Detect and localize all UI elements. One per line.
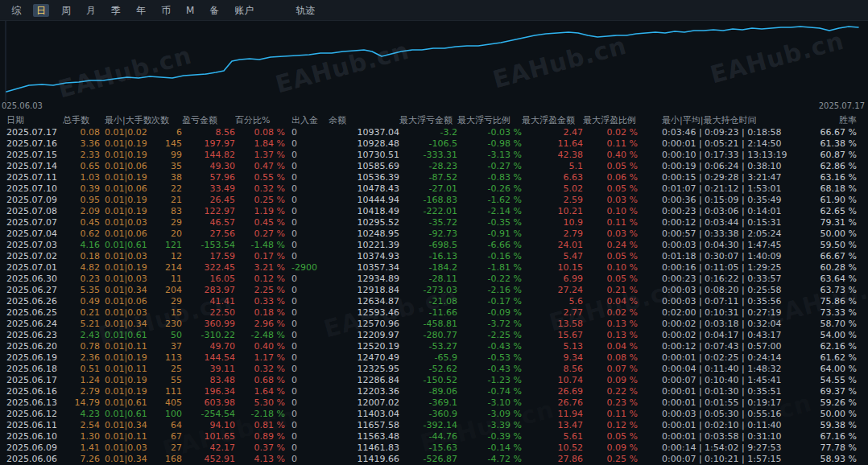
cell-min-max-lots: 0.01|0.06 xyxy=(100,183,151,194)
table-row[interactable]: 2025.06.260.490.01|0.062941.410.33 %0126… xyxy=(6,295,862,307)
cell-pnl: 360.99 xyxy=(182,319,235,329)
table-row[interactable]: 2025.07.014.820.01|0.19214322.453.21 %-2… xyxy=(6,261,862,273)
cell-hold-times: 0:00:01 | 0:01:30 | 0:35:51 xyxy=(638,386,787,397)
cell-date: 2025.06.11 xyxy=(6,420,63,430)
cell-trade-count: 121 xyxy=(151,240,182,250)
cell-max-float-loss: -28.11 xyxy=(399,274,457,284)
table-row[interactable]: 2025.07.034.160.01|0.61121-153.54-1.48 %… xyxy=(6,239,862,250)
cell-max-float-loss: -92.73 xyxy=(399,228,457,239)
cell-date: 2025.06.13 xyxy=(6,397,63,408)
cell-max-float-profit-pct: 0.05 % xyxy=(583,251,638,261)
cell-win-rate: 68.18 % xyxy=(787,183,862,194)
tab-summary[interactable]: 综 xyxy=(8,4,24,17)
cell-pnl: -310.22 xyxy=(182,330,235,340)
cell-trade-count: 230 xyxy=(151,319,182,329)
cell-max-float-profit-pct: 0.03 % xyxy=(583,195,638,205)
table-row[interactable]: 2025.07.082.090.01|0.1983122.971.19 %010… xyxy=(6,205,862,216)
cell-min-max-lots: 0.01|0.03 xyxy=(100,274,151,284)
cell-pnl-pct: 0.08 % xyxy=(235,127,285,138)
table-row[interactable]: 2025.06.1314.790.01|0.61405603.985.30 %0… xyxy=(6,397,862,409)
cell-date: 2025.06.30 xyxy=(6,274,63,284)
table-row[interactable]: 2025.07.111.030.01|0.193857.960.55 %0105… xyxy=(6,171,862,183)
cell-min-max-lots: 0.01|0.19 xyxy=(100,195,151,205)
table-row[interactable]: 2025.07.100.390.01|0.062233.490.32 %0104… xyxy=(6,183,862,194)
cell-balance: 11657.58 xyxy=(329,420,399,430)
tab-quarterly[interactable]: 季 xyxy=(108,4,124,17)
tab-currency[interactable]: 币 xyxy=(158,4,174,17)
tab-account[interactable]: 账户 xyxy=(231,4,257,17)
cell-pnl: 49.30 xyxy=(182,161,235,171)
cell-max-float-profit: 5.61 xyxy=(522,431,583,442)
table-row[interactable]: 2025.06.275.350.01|0.34204283.972.25 %01… xyxy=(6,284,862,295)
cell-balance: 12470.49 xyxy=(329,352,399,363)
cell-win-rate: 64.00 % xyxy=(787,364,862,374)
tab-trajectory[interactable]: 轨迹 xyxy=(292,4,318,17)
col-header-max-float-profit-pct: 最大浮盈比例 xyxy=(583,114,638,126)
table-row[interactable]: 2025.06.250.210.01|0.031522.500.18 %0125… xyxy=(6,307,862,319)
cell-total-lots: 7.26 xyxy=(63,454,100,464)
cell-hold-times: 0:00:12 | 0:07:43 | 0:57:00 xyxy=(638,341,787,352)
table-row[interactable]: 2025.07.070.450.01|0.032946.570.45 %0102… xyxy=(6,216,862,228)
table-row[interactable]: 2025.06.162.790.01|0.19111196.341.64 %01… xyxy=(6,386,862,397)
col-header-date: 日期 xyxy=(6,114,63,126)
cell-win-rate: 62.86 % xyxy=(787,161,862,171)
cell-pnl-pct: 1.84 % xyxy=(235,138,285,149)
table-row[interactable]: 2025.06.245.210.01|0.34230360.992.96 %01… xyxy=(6,319,862,330)
table-row[interactable]: 2025.06.091.410.01|0.032742.170.37 %0114… xyxy=(6,442,862,454)
cell-pnl: 283.97 xyxy=(182,285,235,295)
table-row[interactable]: 2025.06.180.510.01|0.112539.110.32 %0123… xyxy=(6,364,862,375)
table-row[interactable]: 2025.07.040.620.01|0.062027.560.27 %0102… xyxy=(6,228,862,239)
cell-max-float-loss: -11.66 xyxy=(399,307,457,318)
table-row[interactable]: 2025.07.163.360.01|0.19145197.971.84 %01… xyxy=(6,138,862,149)
table-row[interactable]: 2025.06.300.230.01|0.031116.050.12 %0129… xyxy=(6,273,862,284)
cell-total-lots: 0.45 xyxy=(63,217,100,228)
cell-max-float-loss: -89.06 xyxy=(399,386,457,397)
cell-hold-times: 0:00:23 | 0:03:06 | 0:14:01 xyxy=(638,206,787,216)
cell-max-float-profit-pct: 0.02 % xyxy=(583,307,638,318)
cell-balance: 10478.43 xyxy=(329,183,399,194)
cell-max-float-profit-pct: 0.09 % xyxy=(583,375,638,385)
cell-max-float-profit-pct: 0.40 % xyxy=(583,150,638,160)
cell-cash-flow: 0 xyxy=(285,274,329,284)
cell-date: 2025.06.23 xyxy=(6,330,63,340)
tab-monthly[interactable]: 月 xyxy=(83,4,99,17)
cell-trade-count: 29 xyxy=(151,296,182,307)
tab-backup[interactable]: 备 xyxy=(206,4,222,17)
table-row[interactable]: 2025.06.200.780.01|0.113749.700.40 %0125… xyxy=(6,341,862,352)
cell-pnl: 197.97 xyxy=(182,138,235,149)
cell-pnl-pct: 2.25 % xyxy=(235,285,285,295)
tab-money[interactable]: M xyxy=(183,4,197,17)
cell-max-float-profit-pct: 0.13 % xyxy=(583,330,638,340)
cell-pnl-pct: 0.37 % xyxy=(235,442,285,453)
equity-chart[interactable]: 025.06.03 2025.07.17 xyxy=(0,21,868,114)
table-row[interactable]: 2025.06.067.260.01|0.34168452.914.13 %01… xyxy=(6,454,862,465)
table-row[interactable]: 2025.06.232.430.01|0.6150-310.22-2.48 %0… xyxy=(6,330,862,341)
table-row[interactable]: 2025.06.112.540.01|0.346494.100.81 %0116… xyxy=(6,420,862,431)
table-row[interactable]: 2025.06.101.300.01|0.1167101.650.89 %011… xyxy=(6,431,862,442)
cell-date: 2025.07.01 xyxy=(6,262,63,273)
cell-max-float-loss: -15.63 xyxy=(399,442,457,453)
table-row[interactable]: 2025.06.124.230.01|0.61100-254.54-2.18 %… xyxy=(6,409,862,420)
cell-win-rate: 61.90 % xyxy=(787,195,862,205)
cell-max-float-profit-pct: 0.02 % xyxy=(583,127,638,138)
tab-daily[interactable]: 日 xyxy=(33,4,49,17)
tab-yearly[interactable]: 年 xyxy=(133,4,149,17)
table-row[interactable]: 2025.06.192.360.01|0.19113144.541.17 %01… xyxy=(6,352,862,364)
table-row[interactable]: 2025.07.152.330.01|0.1999144.821.37 %010… xyxy=(6,149,862,160)
cell-date: 2025.06.16 xyxy=(6,386,63,397)
cell-win-rate: 69.37 % xyxy=(787,386,862,397)
cell-min-max-lots: 0.01|0.03 xyxy=(100,217,151,228)
cell-max-float-profit-pct: 0.05 % xyxy=(583,161,638,171)
cell-trade-count: 50 xyxy=(151,330,182,340)
cell-max-float-profit: 5.6 xyxy=(522,296,583,307)
cell-max-float-profit: 10.15 xyxy=(522,262,583,273)
tab-weekly[interactable]: 周 xyxy=(58,4,74,17)
table-row[interactable]: 2025.07.170.080.01|0.0268.560.08 %010937… xyxy=(6,126,862,138)
cell-balance: 10295.52 xyxy=(329,217,399,228)
table-row[interactable]: 2025.07.020.180.01|0.031217.590.17 %0103… xyxy=(6,250,862,261)
cell-min-max-lots: 0.01|0.19 xyxy=(100,138,151,149)
cell-cash-flow: 0 xyxy=(285,352,329,363)
table-row[interactable]: 2025.07.140.650.01|0.063549.300.47 %0105… xyxy=(6,160,862,171)
table-row[interactable]: 2025.06.171.240.01|0.195583.480.68 %0122… xyxy=(6,375,862,386)
table-row[interactable]: 2025.07.090.950.01|0.192126.450.25 %0104… xyxy=(6,194,862,205)
